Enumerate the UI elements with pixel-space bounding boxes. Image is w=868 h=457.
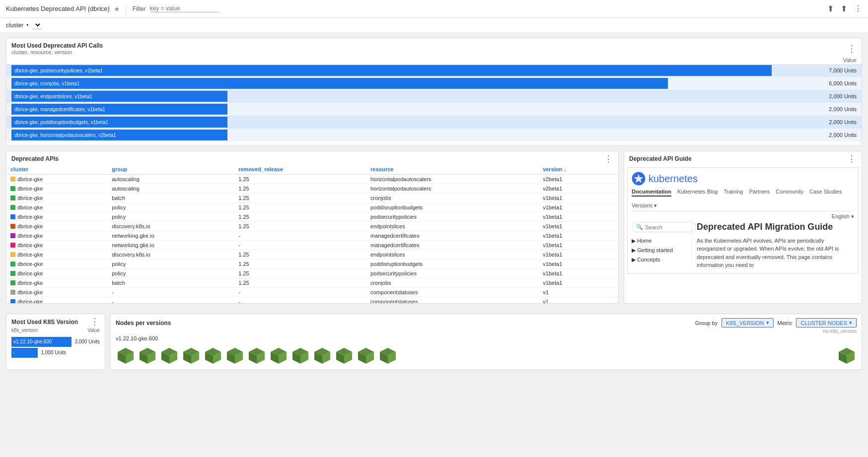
cell-group: autoscaling (108, 184, 234, 194)
group-by-value: K8S_VERSION (726, 320, 764, 326)
guide-nav: Documentation Kubernetes Blog Training P… (632, 189, 854, 211)
table-header: cluster group removed_release resource v… (6, 164, 618, 175)
cell-resource: horizontalpodautoscalers (366, 175, 539, 184)
cell-resource: poddisruptionbudgets (366, 260, 539, 269)
up-icon-1[interactable]: ⬆ (827, 4, 834, 13)
col-group[interactable]: group (108, 164, 234, 175)
nav-docs[interactable]: Documentation (632, 189, 671, 196)
nav-training[interactable]: Training (723, 189, 743, 196)
cell-group: policy (108, 269, 234, 278)
star-icon[interactable]: ★ (114, 5, 120, 13)
node-cube-icon (334, 346, 354, 367)
nav-blog[interactable]: Kubernetes Blog (677, 189, 718, 196)
deprecated-apis-table-container[interactable]: cluster group removed_release resource v… (6, 164, 618, 303)
bottom-charts-row: Most Used K8S Version ⋮ k8s_version Valu… (6, 314, 862, 375)
cell-group: policy (108, 212, 234, 222)
bar-fill: dbrice-gke, cronjobs, v1beta1 (11, 78, 668, 89)
table-row: dbrice-gke autoscaling 1.25 horizontalpo… (6, 175, 618, 184)
cell-group: policy (108, 203, 234, 212)
header-actions: ⬆ ⬆ ⋮ (827, 4, 862, 13)
filter-input[interactable] (150, 5, 219, 12)
cell-group: networking.gke.io (108, 231, 234, 241)
guide-search-input[interactable] (645, 224, 685, 230)
nav-versions[interactable]: Versions ▾ (632, 202, 657, 209)
col-resource[interactable]: resource (366, 164, 539, 175)
guide-body-text: As the Kubernetes API evolves, APIs are … (697, 237, 854, 269)
metric-button[interactable]: CLUSTER NODES ▾ (796, 318, 857, 327)
cell-resource: podsecuritypolicies (366, 269, 539, 278)
nodes-controls: Group by K8S_VERSION ▾ Metric CLUSTER NO… (695, 318, 857, 327)
more-menu-icon[interactable]: ⋮ (854, 4, 862, 13)
sidebar-concepts[interactable]: ▶ Concepts (632, 255, 686, 264)
guide-lang[interactable]: English ▾ (632, 213, 854, 220)
header-divider (126, 4, 127, 14)
guide-menu[interactable]: ⋮ (847, 155, 857, 162)
cell-version: v2beta1 (539, 175, 618, 184)
bar-value: 2,000 Units (812, 106, 857, 112)
cell-group: discovery.k8s.io (108, 222, 234, 231)
bar-fill: dbrice-gke, endpointslices, v1beta1 (11, 91, 227, 102)
cell-resource: cronjobs (366, 278, 539, 288)
k8s-bar-fill: - (11, 348, 38, 358)
k8s-bar-fill: v1.22.10-gke.600 (11, 337, 72, 347)
table-row: dbrice-gke discovery.k8s.io 1.25 endpoin… (6, 222, 618, 231)
sidebar-home[interactable]: ▶ Home (632, 236, 686, 246)
cell-cluster: dbrice-gke (6, 260, 108, 269)
nav-community[interactable]: Community (776, 189, 803, 196)
table-row: dbrice-gke discovery.k8s.io 1.25 endpoin… (6, 250, 618, 260)
cluster-dropdown[interactable] (32, 21, 42, 29)
k8s-bar-label: - (11, 350, 15, 355)
nav-partners[interactable]: Partners (749, 189, 770, 196)
col-value-label: Value (843, 57, 857, 63)
cell-cluster: dbrice-gke (6, 278, 108, 288)
bar-fill: dbrice-gke, poddisruptionbudgets, v1beta… (11, 117, 227, 128)
cell-version: v1beta1 (539, 241, 618, 250)
bar-value: 2,000 Units (812, 119, 857, 125)
col-removed-release[interactable]: removed_release (234, 164, 366, 175)
metric-chevron-icon: ▾ (849, 320, 852, 326)
k8s-bar-label: v1.22.10-gke.600 (11, 339, 52, 344)
bar-value: 2,000 Units (812, 93, 857, 99)
bottom-row: Deprecated APIs ⋮ cluster group removed_… (6, 151, 862, 309)
node-cube-icon (203, 346, 223, 367)
bar-row: dbrice-gke, managedcertificates, v1beta1… (6, 103, 862, 116)
table-body: dbrice-gke autoscaling 1.25 horizontalpo… (6, 175, 618, 304)
cell-removed-release: 1.25 (234, 203, 366, 212)
bar-container: dbrice-gke, poddisruptionbudgets, v1beta… (11, 117, 812, 128)
k8s-version-subtitle: k8s_version (11, 327, 38, 333)
bar-label: dbrice-gke, cronjobs, v1beta1 (11, 81, 79, 86)
bar-value: 2,000 Units (812, 132, 857, 138)
col-version[interactable]: version ↓ (539, 164, 618, 175)
bar-label: dbrice-gke, poddisruptionbudgets, v1beta… (11, 120, 108, 125)
cell-resource: componentstatuses (366, 288, 539, 297)
nav-case-studies[interactable]: Case Studies (809, 189, 842, 196)
guide-panel: Deprecated API Guide ⋮ kubernetes Docume… (624, 151, 862, 304)
k8s-version-menu[interactable]: ⋮ (90, 318, 100, 325)
deprecated-apis-menu[interactable]: ⋮ (604, 155, 613, 162)
node-cube-icon (290, 346, 310, 367)
cell-group: policy (108, 260, 234, 269)
cell-resource: podsecuritypolicies (366, 212, 539, 222)
group-by-button[interactable]: K8S_VERSION ▾ (722, 318, 773, 327)
col-cluster[interactable]: cluster (6, 164, 108, 175)
node-cube-icon (138, 346, 157, 367)
cell-resource: endpointslices (366, 250, 539, 260)
node-cube-icon (159, 346, 179, 367)
cell-resource: managedcertificates (366, 241, 539, 250)
bar-container: dbrice-gke, horizontalpodautoscalers, v2… (11, 130, 812, 140)
cell-removed-release: 1.25 (234, 194, 366, 203)
cell-removed-release: - (234, 297, 366, 304)
cell-resource: componentstatuses (366, 297, 539, 304)
cell-removed-release: 1.25 (234, 269, 366, 278)
node-cube-icon (116, 346, 136, 367)
node-cube-icon (181, 346, 201, 367)
cell-cluster: dbrice-gke (6, 222, 108, 231)
solo-node-container (837, 346, 857, 367)
most-used-menu-icon[interactable]: ⋮ (847, 45, 857, 52)
bar-row: dbrice-gke, podsecuritypolicies, v1beta1… (6, 64, 862, 77)
search-icon: 🔍 (636, 224, 643, 230)
sidebar-getting-started[interactable]: ▶ Getting started (632, 246, 686, 255)
guide-sidebar: 🔍 ▶ Home ▶ Getting started ▶ Concepts (632, 222, 686, 269)
cell-cluster: dbrice-gke (6, 184, 108, 194)
share-icon[interactable]: ⬆ (841, 4, 847, 13)
